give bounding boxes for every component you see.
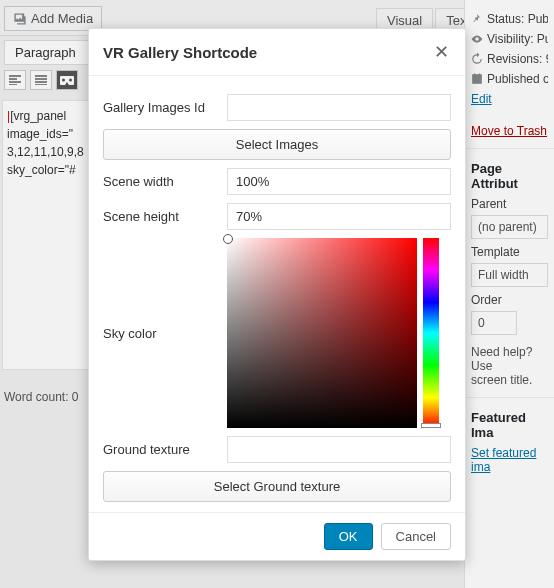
hue-handle[interactable]: [421, 423, 441, 428]
sky-color-label: Sky color: [103, 238, 227, 341]
scene-height-label: Scene height: [103, 209, 227, 224]
scene-width-input[interactable]: [227, 168, 451, 195]
ground-texture-input[interactable]: [227, 436, 451, 463]
modal-body: Gallery Images Id Select Images Scene wi…: [89, 76, 465, 512]
color-saturation-area[interactable]: [227, 238, 417, 428]
gallery-ids-input[interactable]: [227, 94, 451, 121]
color-handle[interactable]: [223, 234, 233, 244]
scene-height-input[interactable]: [227, 203, 451, 230]
ok-button[interactable]: OK: [324, 523, 373, 550]
hue-slider[interactable]: [423, 238, 439, 428]
close-icon[interactable]: ✕: [431, 41, 451, 63]
modal-title: VR Gallery Shortcode: [103, 44, 257, 61]
color-picker: [227, 238, 451, 428]
modal-footer: OK Cancel: [89, 512, 465, 560]
select-ground-button[interactable]: Select Ground texture: [103, 471, 451, 502]
gallery-ids-label: Gallery Images Id: [103, 100, 227, 115]
modal-header: VR Gallery Shortcode ✕: [89, 29, 465, 76]
ground-texture-label: Ground texture: [103, 442, 227, 457]
color-black-gradient: [227, 238, 417, 428]
cancel-button[interactable]: Cancel: [381, 523, 451, 550]
vr-gallery-modal: VR Gallery Shortcode ✕ Gallery Images Id…: [88, 28, 466, 561]
scene-width-label: Scene width: [103, 174, 227, 189]
select-images-button[interactable]: Select Images: [103, 129, 451, 160]
